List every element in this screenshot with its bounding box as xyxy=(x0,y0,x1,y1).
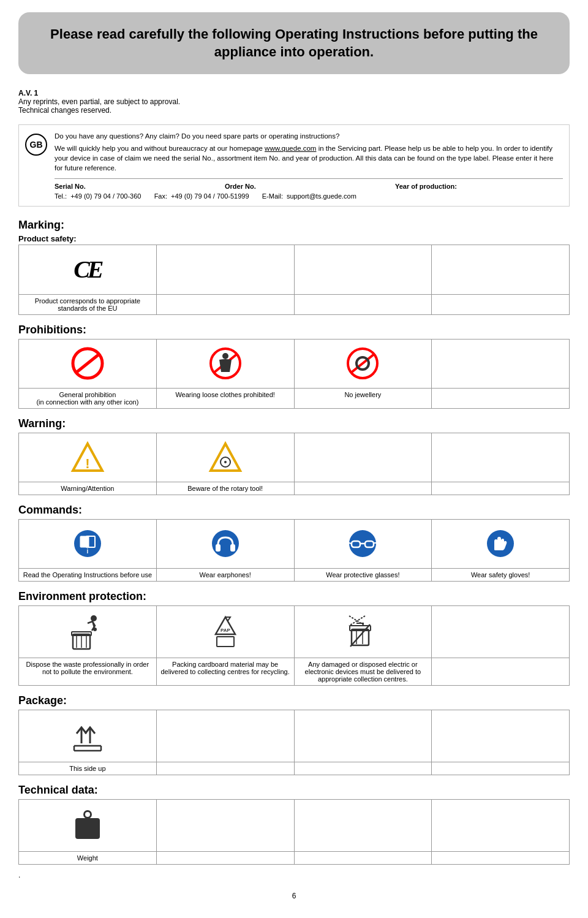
warning-label-3 xyxy=(294,482,432,495)
package-label-1: This side up xyxy=(19,762,157,775)
marking-icon-3 xyxy=(294,245,432,294)
environment-table: PAP Dispose the waste pro xyxy=(18,605,570,686)
warning-icon-2 xyxy=(156,433,294,482)
no-loose-clothes-icon xyxy=(208,346,243,381)
technical-data-icon-4 xyxy=(432,799,570,851)
svg-point-28 xyxy=(91,615,97,621)
gb-link: www.quede.com xyxy=(265,145,316,152)
page-number: 6 xyxy=(18,892,570,900)
package-table: This side up xyxy=(18,710,570,775)
prohibitions-table: General prohibition(in connection with a… xyxy=(18,339,570,409)
commands-icons-row: i xyxy=(19,519,570,568)
prohibition-label-3: No jewellery xyxy=(294,388,432,408)
warning-label-4 xyxy=(432,482,570,495)
technical-data-labels-row: Weight xyxy=(19,851,570,864)
commands-labels-row: Read the Operating Instructions before u… xyxy=(19,568,570,581)
svg-point-4 xyxy=(222,353,228,359)
environment-heading: Environment protection: xyxy=(18,590,570,603)
contact-row: Tel.: +49 (0) 79 04 / 700-360 Fax: +49 (… xyxy=(55,192,563,200)
commands-label-1: Read the Operating Instructions before u… xyxy=(19,568,157,581)
fax-val: +49 (0) 79 04 / 700-51999 xyxy=(171,192,249,200)
tel-label: Tel.: xyxy=(55,192,67,200)
environment-icon-1 xyxy=(19,605,157,658)
svg-rect-53 xyxy=(75,818,100,839)
footer-dot: . xyxy=(18,871,570,879)
prohibition-label-2: Wearing loose clothes prohibited! xyxy=(156,388,294,408)
warning-table: ! Warning/Attention Beware of the rotary… xyxy=(18,433,570,495)
protective-glasses-icon xyxy=(347,528,379,560)
year-label: Year of production: xyxy=(395,183,563,190)
environment-label-4 xyxy=(432,658,570,685)
svg-text:PAP: PAP xyxy=(221,628,231,633)
prohibition-label-4 xyxy=(432,388,570,408)
technical-data-table: Weight xyxy=(18,799,570,865)
warning-labels-row: Warning/Attention Beware of the rotary t… xyxy=(19,482,570,495)
version-subtitle2: Technical changes reserved. xyxy=(18,106,570,115)
header-banner: Please read carefully the following Oper… xyxy=(18,12,570,74)
environment-label-2: Packing cardboard material may be delive… xyxy=(156,658,294,685)
general-prohibition-icon xyxy=(70,346,105,381)
rotary-tool-icon xyxy=(208,440,243,474)
gb-para1: Do you have any questions? Any claim? Do… xyxy=(55,131,563,141)
commands-icon-1: i xyxy=(19,519,157,568)
version-subtitle1: Any reprints, even partial, are subject … xyxy=(18,97,570,106)
package-labels-row: This side up xyxy=(19,762,570,775)
email-label: E-Mail: xyxy=(262,192,283,200)
svg-point-18 xyxy=(212,530,239,557)
package-icons-row xyxy=(19,710,570,762)
svg-line-45 xyxy=(350,624,370,647)
fax-label: Fax: xyxy=(154,192,167,200)
tel-val: +49 (0) 79 04 / 700-360 xyxy=(70,192,141,200)
svg-text:!: ! xyxy=(85,456,89,471)
prohibition-label-1: General prohibition(in connection with a… xyxy=(19,388,157,408)
marking-label-4 xyxy=(432,294,570,314)
commands-icon-2 xyxy=(156,519,294,568)
commands-label-2: Wear earphones! xyxy=(156,568,294,581)
package-heading: Package: xyxy=(18,694,570,707)
order-label: Order No. xyxy=(225,183,393,190)
marking-labels-row: Product corresponds to appropriate stand… xyxy=(19,294,570,314)
package-icon-1 xyxy=(19,710,157,762)
gb-para2: We will quickly help you and without bur… xyxy=(55,143,563,173)
commands-label-3: Wear protective glasses! xyxy=(294,568,432,581)
technical-data-label-1: Weight xyxy=(19,851,157,864)
safety-gloves-icon xyxy=(484,528,516,560)
marking-label-1: Product corresponds to appropriate stand… xyxy=(19,294,157,314)
environment-icon-2: PAP xyxy=(156,605,294,658)
technical-data-label-2 xyxy=(156,851,294,864)
warning-label-2: Beware of the rotary tool! xyxy=(156,482,294,495)
environment-label-1: Dispose the waste professionally in orde… xyxy=(19,658,157,685)
package-icon-2 xyxy=(156,710,294,762)
commands-icon-4 xyxy=(432,519,570,568)
package-label-2 xyxy=(156,762,294,775)
warning-triangle-icon: ! xyxy=(70,440,105,474)
prohibitions-heading: Prohibitions: xyxy=(18,324,570,336)
warning-icons-row: ! xyxy=(19,433,570,482)
marking-sub: Product safety: xyxy=(18,234,570,243)
marking-table: CΕ Product corresponds to appropriate st… xyxy=(18,245,570,315)
marking-icon-1: CΕ xyxy=(19,245,157,294)
technical-data-heading: Technical data: xyxy=(18,784,570,797)
commands-heading: Commands: xyxy=(18,504,570,517)
environment-icon-3 xyxy=(294,605,432,658)
environment-labels-row: Dispose the waste professionally in orde… xyxy=(19,658,570,685)
serial-label: Serial No. xyxy=(55,183,222,190)
gb-fields: Serial No. Order No. Year of production: xyxy=(55,178,563,190)
email-val: support@ts.guede.com xyxy=(287,192,356,200)
gb-info-section: GB Do you have any questions? Any claim?… xyxy=(18,124,570,206)
warning-icon-4 xyxy=(432,433,570,482)
marking-label-3 xyxy=(294,294,432,314)
prohibition-icon-1 xyxy=(19,339,157,388)
version-label: A.V. 1 xyxy=(18,89,570,97)
technical-data-label-4 xyxy=(432,851,570,864)
svg-point-54 xyxy=(85,812,90,817)
svg-point-12 xyxy=(224,461,227,463)
marking-heading: Marking: xyxy=(18,219,570,232)
svg-line-1 xyxy=(75,354,100,373)
gb-content: Do you have any questions? Any claim? Do… xyxy=(55,131,563,199)
technical-data-icon-2 xyxy=(156,799,294,851)
marking-icon-2 xyxy=(156,245,294,294)
prohibitions-icons-row xyxy=(19,339,570,388)
environment-icon-4 xyxy=(432,605,570,658)
earphones-icon xyxy=(209,528,241,560)
